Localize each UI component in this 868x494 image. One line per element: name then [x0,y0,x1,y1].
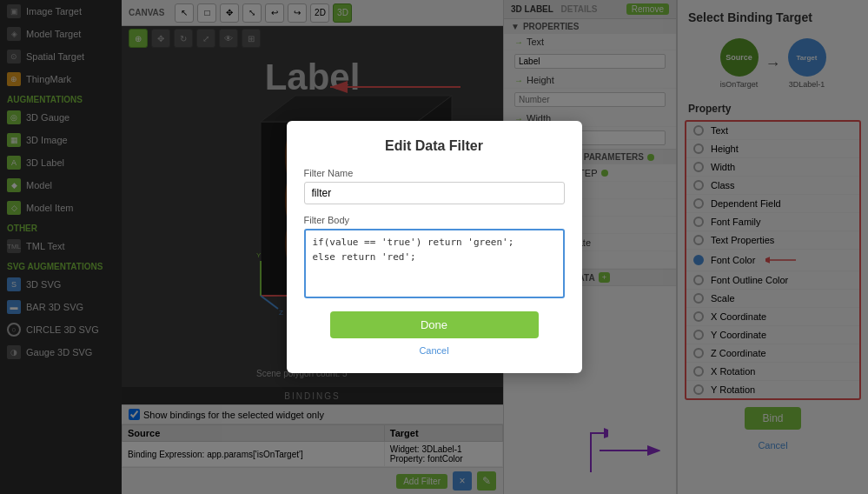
done-button[interactable]: Done [330,311,539,338]
filter-body-label: Filter Body [304,215,565,225]
filter-name-label: Filter Name [304,168,565,178]
filter-body-textarea[interactable]: if(value == 'true') return 'green'; else… [304,229,565,298]
modal-cancel-link[interactable]: Cancel [304,345,565,356]
modal-title: Edit Data Filter [304,138,565,154]
filter-name-input[interactable] [304,182,565,204]
modal-overlay: Edit Data Filter Filter Name Filter Body… [0,0,868,494]
edit-data-filter-modal: Edit Data Filter Filter Name Filter Body… [287,121,582,373]
